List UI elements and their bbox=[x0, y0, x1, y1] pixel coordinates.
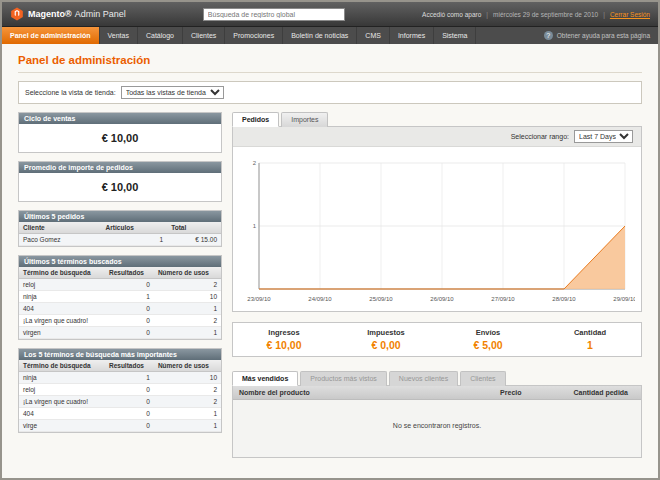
avg-order-value: € 10,00 bbox=[19, 173, 221, 201]
logo-suffix: Admin Panel bbox=[75, 9, 126, 19]
top-search-terms-title: Los 5 términos de búsqueda más important… bbox=[19, 349, 221, 360]
table-row[interactable]: virge 0 1 bbox=[19, 420, 221, 432]
avg-order-card: Promedio de importe de pedidos € 10,00 bbox=[18, 161, 222, 202]
cell-uses: 1 bbox=[154, 303, 221, 315]
grid-tab[interactable]: Nuevos clientes bbox=[389, 371, 458, 386]
page-title: Panel de administración bbox=[18, 54, 642, 66]
global-search bbox=[134, 8, 414, 21]
total-label: Envíos bbox=[437, 328, 539, 337]
cell-uses: 2 bbox=[154, 279, 221, 291]
dashboard-totals: Ingresos € 10,00 Impuestos € 0,00 Envíos… bbox=[232, 322, 642, 357]
table-row[interactable]: reloj 0 2 bbox=[19, 384, 221, 396]
table-row[interactable]: 404 0 1 bbox=[19, 303, 221, 315]
current-date: miércoles 29 de septiembre de 2010 bbox=[493, 11, 598, 18]
cell-term: ninja bbox=[19, 291, 105, 303]
chart-tabs: Pedidos Importes bbox=[232, 112, 642, 126]
magento-logo: Magento®Admin Panel bbox=[10, 7, 126, 21]
cell-uses: 10 bbox=[154, 372, 221, 384]
total-value: € 10,00 bbox=[233, 339, 335, 351]
svg-text:24/09/10: 24/09/10 bbox=[308, 296, 332, 302]
grid-tab[interactable]: Más vendidos bbox=[232, 371, 298, 386]
table-row[interactable]: 404 0 1 bbox=[19, 408, 221, 420]
cell-uses: 1 bbox=[154, 420, 221, 432]
logo-text: Magento®Admin Panel bbox=[28, 9, 126, 19]
cell-uses: 2 bbox=[154, 315, 221, 327]
dashboard-total: Envíos € 5,00 bbox=[437, 328, 539, 351]
top-search-terms-card: Los 5 términos de búsqueda más important… bbox=[18, 348, 222, 433]
cell-results: 0 bbox=[105, 327, 154, 339]
magento-logo-icon bbox=[10, 7, 24, 21]
page-body: Panel de administración Seleccione la vi… bbox=[2, 44, 658, 478]
help-link[interactable]: ? Obtener ayuda para esta página bbox=[544, 27, 658, 44]
nav-item[interactable]: Sistema bbox=[434, 27, 476, 44]
nav-item[interactable]: Catálogo bbox=[138, 27, 183, 44]
svg-text:28/09/10: 28/09/10 bbox=[552, 296, 576, 302]
cell-term: 404 bbox=[19, 408, 105, 420]
total-value: 1 bbox=[539, 339, 641, 351]
col-header: Número de usos bbox=[154, 360, 221, 372]
table-header-row: Nombre del producto Precio Cantidad pedi… bbox=[233, 386, 641, 400]
cell-term: reloj bbox=[19, 384, 105, 396]
right-column: Pedidos Importes Seleccionar rango: Last… bbox=[232, 112, 642, 458]
range-bar: Seleccionar rango: Last 7 Days bbox=[233, 127, 641, 147]
total-label: Cantidad bbox=[539, 328, 641, 337]
table-row[interactable]: ninja 1 10 bbox=[19, 372, 221, 384]
global-search-input[interactable] bbox=[203, 8, 345, 21]
empty-row: No se encontraron registros. bbox=[233, 400, 641, 458]
nav-item[interactable]: Informes bbox=[390, 27, 434, 44]
chart-tab[interactable]: Pedidos bbox=[232, 112, 279, 127]
store-view-label: Seleccione la vista de tienda: bbox=[25, 89, 116, 96]
dashboard-total: Cantidad 1 bbox=[539, 328, 641, 351]
col-header: Precio bbox=[494, 386, 567, 400]
col-header: Cliente bbox=[19, 222, 102, 234]
table-row[interactable]: ¡La virgen que cuadro! 0 2 bbox=[19, 315, 221, 327]
svg-text:25/09/10: 25/09/10 bbox=[369, 296, 393, 302]
range-select[interactable]: Last 7 Days bbox=[574, 130, 633, 143]
grid-tab[interactable]: Clientes bbox=[460, 371, 505, 386]
orders-chart: 1223/09/1024/09/1025/09/1026/09/1027/09/… bbox=[243, 155, 635, 305]
cell-uses: 2 bbox=[154, 396, 221, 408]
table-row[interactable]: Paco Gomez 1 € 15.00 bbox=[19, 234, 221, 246]
nav-item[interactable]: Ventas bbox=[100, 27, 138, 44]
help-label: Obtener ayuda para esta página bbox=[557, 32, 650, 39]
separator: | bbox=[603, 11, 605, 18]
svg-text:27/09/10: 27/09/10 bbox=[491, 296, 515, 302]
nav-item[interactable]: Promociones bbox=[225, 27, 283, 44]
svg-text:23/09/10: 23/09/10 bbox=[247, 296, 271, 302]
products-table: Nombre del producto Precio Cantidad pedi… bbox=[233, 386, 641, 457]
last-orders-title: Últimos 5 pedidos bbox=[19, 211, 221, 222]
dashboard-columns: Ciclo de ventas € 10,00 Promedio de impo… bbox=[18, 112, 642, 458]
cell-results: 0 bbox=[105, 279, 154, 291]
top-header: Magento®Admin Panel Accedió como aparo |… bbox=[2, 2, 658, 27]
chart-area: 1223/09/1024/09/1025/09/1026/09/1027/09/… bbox=[233, 147, 641, 311]
sales-cycle-value: € 10,00 bbox=[19, 124, 221, 152]
cell-term: ¡La virgen que cuadro! bbox=[19, 315, 105, 327]
store-view-select[interactable]: Todas las vistas de tienda bbox=[121, 86, 224, 99]
table-row[interactable]: ¡La virgen que cuadro! 0 2 bbox=[19, 396, 221, 408]
cell-results: 0 bbox=[105, 315, 154, 327]
cell-results: 0 bbox=[105, 408, 154, 420]
logout-link[interactable]: Cerrar Sesión bbox=[610, 11, 650, 18]
nav-item[interactable]: Clientes bbox=[183, 27, 225, 44]
total-value: € 5,00 bbox=[437, 339, 539, 351]
last-search-terms-title: Últimos 5 términos buscados bbox=[19, 256, 221, 267]
orders-chart-panel: Seleccionar rango: Last 7 Days 1223/09/1… bbox=[232, 126, 642, 312]
nav-item[interactable]: Panel de administración bbox=[2, 27, 100, 44]
table-row[interactable]: virgen 0 1 bbox=[19, 327, 221, 339]
cell-total: € 15.00 bbox=[167, 234, 221, 246]
col-header: Término de búsqueda bbox=[19, 267, 105, 279]
chart-tab[interactable]: Importes bbox=[281, 112, 328, 127]
nav-item[interactable]: CMS bbox=[357, 27, 390, 44]
table-row[interactable]: reloj 0 2 bbox=[19, 279, 221, 291]
dashboard-total: Impuestos € 0,00 bbox=[335, 328, 437, 351]
title-divider bbox=[18, 72, 642, 73]
col-header: Artículos bbox=[102, 222, 168, 234]
cell-results: 0 bbox=[105, 396, 154, 408]
cell-results: 0 bbox=[105, 303, 154, 315]
table-row[interactable]: ninja 1 10 bbox=[19, 291, 221, 303]
grid-tab[interactable]: Productos más vistos bbox=[300, 371, 387, 386]
nav-item[interactable]: Boletín de noticias bbox=[283, 27, 357, 44]
logo-brand: Magento® bbox=[28, 9, 72, 19]
products-panel: Nombre del producto Precio Cantidad pedi… bbox=[232, 385, 642, 458]
cell-results: 0 bbox=[105, 384, 154, 396]
